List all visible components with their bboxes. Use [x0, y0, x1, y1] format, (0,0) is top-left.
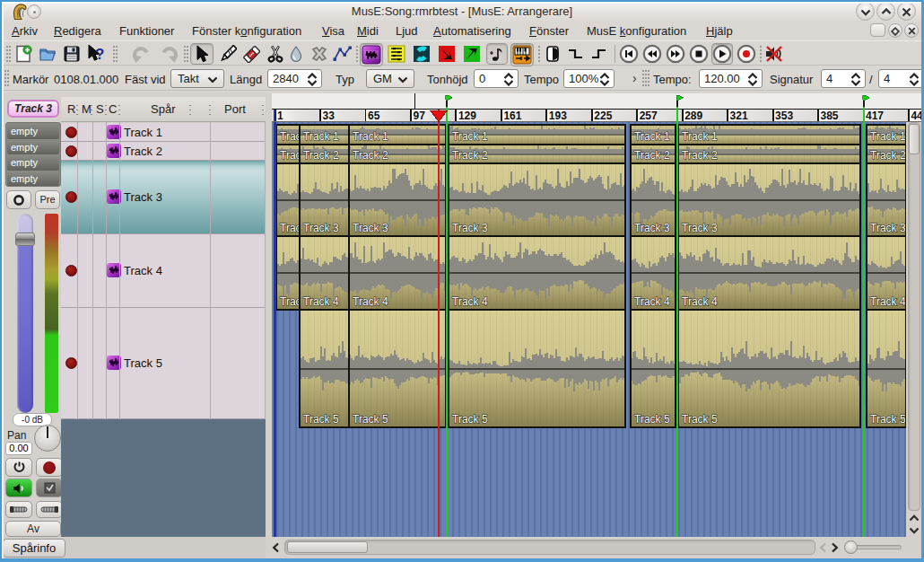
svg-text:1: 1	[277, 110, 283, 122]
svg-text:Track 3: Track 3	[634, 222, 670, 234]
svg-text:225: 225	[594, 110, 612, 122]
svg-text:417: 417	[866, 110, 884, 122]
svg-text:Track 4: Track 4	[634, 295, 670, 308]
svg-text:257: 257	[640, 110, 658, 122]
svg-text:Track 2: Track 2	[870, 149, 906, 162]
svg-text:Track 5: Track 5	[303, 413, 339, 426]
svg-text:Track 5: Track 5	[634, 413, 670, 426]
svg-text:Track 3: Track 3	[452, 222, 488, 234]
svg-text:?: ?	[95, 46, 104, 63]
svg-text:Track 5: Track 5	[870, 413, 906, 426]
svg-text:Track 5: Track 5	[682, 413, 718, 426]
svg-text:Track 1: Track 1	[870, 130, 906, 143]
svg-text:193: 193	[549, 110, 567, 122]
svg-text:Track 5: Track 5	[452, 413, 488, 426]
svg-text:Track 5: Track 5	[353, 413, 388, 426]
svg-text:129: 129	[458, 110, 476, 122]
svg-text:97: 97	[414, 110, 426, 122]
svg-text:Track 3: Track 3	[682, 222, 718, 234]
svg-text:Track 2: Track 2	[353, 149, 388, 162]
svg-text:Track 4: Track 4	[353, 295, 388, 308]
svg-text:Track 3: Track 3	[353, 222, 388, 234]
svg-text:Track 1: Track 1	[682, 130, 718, 143]
svg-text:449: 449	[911, 110, 924, 122]
svg-text:Track 1: Track 1	[634, 130, 670, 143]
svg-text:321: 321	[730, 110, 748, 122]
svg-text:Track 1: Track 1	[452, 130, 488, 143]
svg-text:Track 3: Track 3	[870, 222, 906, 234]
svg-text:33: 33	[323, 110, 336, 122]
svg-text:Track 2: Track 2	[452, 149, 488, 162]
svg-text:Track 4: Track 4	[303, 295, 339, 308]
svg-text:Track 2: Track 2	[682, 149, 718, 162]
svg-text:65: 65	[368, 110, 380, 122]
svg-text:Track 4: Track 4	[452, 295, 488, 308]
svg-text:161: 161	[503, 110, 521, 122]
svg-text:Track 4: Track 4	[870, 295, 906, 308]
svg-text:Track 3: Track 3	[303, 222, 339, 234]
svg-text:Track 1: Track 1	[353, 130, 388, 143]
svg-text:353: 353	[775, 110, 793, 122]
svg-text:Track 2: Track 2	[303, 149, 339, 162]
svg-text:289: 289	[684, 110, 702, 122]
svg-text:Track 4: Track 4	[682, 295, 718, 308]
svg-text:385: 385	[821, 110, 839, 122]
svg-text:Track 2: Track 2	[634, 149, 670, 162]
svg-text:Track 1: Track 1	[303, 130, 339, 143]
